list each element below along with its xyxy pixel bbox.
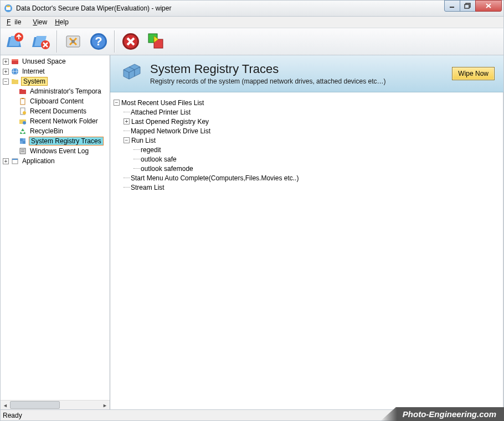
svg-rect-5 bbox=[465, 4, 469, 8]
collapse-icon[interactable]: − bbox=[114, 100, 120, 106]
content-title: System Registry Traces bbox=[150, 62, 386, 76]
toolbar-separator bbox=[114, 30, 115, 53]
tree-node-registry-traces[interactable]: System Registry Traces bbox=[1, 136, 110, 146]
svg-rect-3 bbox=[450, 7, 454, 8]
drive-icon bbox=[11, 57, 19, 66]
tree-node-recyclebin[interactable]: RecycleBin bbox=[1, 126, 110, 136]
tree-node-recent-docs[interactable]: Recent Documents bbox=[1, 106, 110, 116]
toolbar-delete-button[interactable] bbox=[29, 30, 53, 53]
title-bar: Data Doctor's Secure Data Wiper(Evaluati… bbox=[0, 0, 504, 17]
detail-stream[interactable]: Stream List bbox=[114, 183, 500, 192]
globe-icon bbox=[11, 67, 19, 76]
collapse-icon[interactable]: − bbox=[124, 137, 130, 143]
expand-icon[interactable]: + bbox=[3, 69, 9, 75]
menu-file[interactable]: File bbox=[3, 17, 29, 27]
toolbar-options-button[interactable] bbox=[145, 30, 168, 53]
content-header: System Registry Traces Registry records … bbox=[110, 55, 503, 92]
tree-node-system[interactable]: − System bbox=[1, 76, 110, 86]
detail-printer[interactable]: Attached Printer List bbox=[114, 107, 500, 117]
svg-rect-28 bbox=[12, 79, 14, 81]
folder-icon bbox=[11, 77, 19, 86]
registry-cube-icon bbox=[119, 62, 142, 85]
toolbar-help-button[interactable]: ? bbox=[87, 30, 110, 53]
svg-rect-39 bbox=[20, 141, 23, 144]
svg-rect-22 bbox=[12, 60, 18, 64]
scroll-thumb[interactable] bbox=[10, 401, 60, 409]
detail-last-reg[interactable]: +Last Opened Registry Key bbox=[114, 117, 500, 126]
detail-run-item[interactable]: regedit bbox=[114, 145, 500, 154]
svg-rect-38 bbox=[23, 138, 25, 141]
tree-node-event-log[interactable]: Windows Event Log bbox=[1, 146, 110, 156]
content-pane: System Registry Traces Registry records … bbox=[110, 55, 503, 409]
tree-node-application[interactable]: + Application bbox=[1, 156, 110, 166]
clipboard-icon bbox=[18, 97, 27, 106]
navigation-tree: + Unused Space + Internet − System Admin… bbox=[1, 55, 110, 409]
wipe-now-button[interactable]: Wipe Now bbox=[452, 67, 495, 80]
close-button[interactable] bbox=[475, 0, 502, 12]
detail-run-item[interactable]: outlook safemode bbox=[114, 164, 500, 173]
detail-mapped[interactable]: Mapped Network Drive List bbox=[114, 126, 500, 136]
tree-node-unused-space[interactable]: + Unused Space bbox=[1, 56, 110, 66]
tree-node-internet[interactable]: + Internet bbox=[1, 66, 110, 76]
svg-rect-30 bbox=[19, 89, 22, 91]
content-subtitle: Registry records of the system (mapped n… bbox=[150, 77, 386, 85]
menu-help[interactable]: Help bbox=[51, 17, 73, 27]
window-controls bbox=[445, 0, 502, 12]
tree-node-admin-temp[interactable]: Administrator's Tempora bbox=[1, 86, 110, 96]
scroll-right-arrow[interactable]: ► bbox=[100, 401, 110, 410]
watermark: Photo-Engineering.com bbox=[380, 407, 504, 421]
log-icon bbox=[18, 147, 27, 155]
svg-rect-37 bbox=[20, 138, 23, 141]
tree-node-clipboard[interactable]: Clipboard Content bbox=[1, 96, 110, 106]
menu-view[interactable]: View bbox=[29, 17, 51, 27]
recycle-icon bbox=[18, 127, 27, 136]
svg-rect-2 bbox=[7, 6, 10, 7]
window-title: Data Doctor's Secure Data Wiper(Evaluati… bbox=[16, 4, 445, 12]
registry-icon bbox=[18, 137, 27, 145]
toolbar-open-button[interactable] bbox=[4, 30, 27, 53]
expand-icon[interactable]: + bbox=[3, 158, 9, 164]
application-icon bbox=[11, 157, 19, 165]
svg-text:?: ? bbox=[95, 34, 102, 48]
folder-red-icon bbox=[18, 87, 27, 96]
detail-start-menu[interactable]: Start Menu Auto Complete(Computers,Files… bbox=[114, 173, 500, 183]
document-icon bbox=[18, 107, 27, 116]
toolbar-tools-button[interactable] bbox=[61, 30, 85, 53]
detail-run-list[interactable]: −Run List bbox=[114, 136, 500, 145]
svg-point-34 bbox=[23, 111, 26, 115]
svg-rect-23 bbox=[12, 59, 18, 61]
detail-run-item[interactable]: outlook safe bbox=[114, 154, 500, 164]
details-tree: −Most Recent Used Files List Attached Pr… bbox=[110, 92, 503, 409]
detail-root[interactable]: −Most Recent Used Files List bbox=[114, 98, 500, 107]
expand-icon[interactable]: + bbox=[124, 118, 130, 124]
toolbar-stop-button[interactable] bbox=[119, 30, 142, 53]
scroll-left-arrow[interactable]: ◄ bbox=[1, 401, 10, 410]
tree-horizontal-scrollbar[interactable]: ◄ ► bbox=[1, 400, 110, 409]
maximize-button[interactable] bbox=[460, 0, 476, 12]
svg-rect-45 bbox=[12, 159, 18, 160]
menu-bar: File View Help bbox=[0, 17, 504, 28]
expand-icon[interactable]: + bbox=[3, 59, 9, 65]
svg-rect-41 bbox=[20, 148, 25, 154]
network-folder-icon bbox=[18, 117, 27, 126]
svg-point-36 bbox=[23, 121, 26, 124]
svg-point-13 bbox=[71, 40, 75, 43]
main-area: + Unused Space + Internet − System Admin… bbox=[0, 55, 504, 409]
minimize-button[interactable] bbox=[444, 0, 460, 12]
toolbar: ? bbox=[0, 28, 504, 55]
collapse-icon[interactable]: − bbox=[3, 79, 9, 85]
svg-rect-31 bbox=[20, 98, 25, 105]
app-icon bbox=[3, 3, 13, 13]
tree-node-recent-network[interactable]: Recent Network Folder bbox=[1, 116, 110, 126]
svg-rect-40 bbox=[23, 141, 25, 144]
svg-rect-32 bbox=[22, 98, 24, 99]
status-ready: Ready bbox=[3, 412, 414, 419]
toolbar-separator bbox=[56, 30, 58, 53]
